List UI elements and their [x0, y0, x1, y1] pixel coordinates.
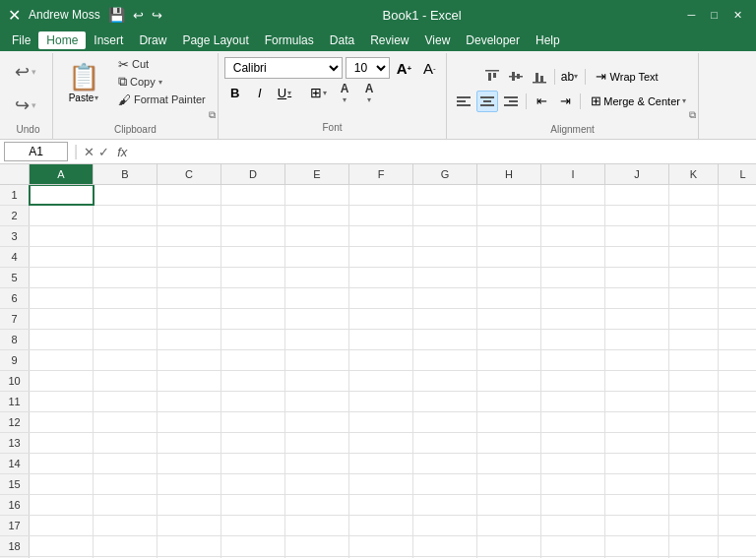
cell[interactable] [477, 330, 541, 349]
cell[interactable] [477, 454, 541, 473]
cell[interactable] [158, 392, 221, 411]
cell[interactable] [158, 371, 221, 391]
quick-access-redo[interactable]: ↪ [152, 8, 162, 23]
cell[interactable] [30, 268, 94, 287]
cell[interactable] [719, 454, 756, 473]
cell[interactable] [719, 226, 756, 246]
cell[interactable] [669, 392, 719, 411]
cell[interactable] [30, 536, 94, 556]
cell[interactable] [413, 288, 477, 308]
paste-button[interactable]: 📋 Paste▾ [59, 55, 108, 109]
cell[interactable] [94, 226, 158, 246]
cell[interactable] [349, 516, 413, 535]
cell[interactable] [158, 495, 221, 515]
menu-data[interactable]: Data [322, 31, 362, 49]
cell[interactable] [221, 474, 285, 494]
undo-button[interactable]: ↩▾ [10, 58, 41, 86]
cell[interactable] [285, 474, 349, 494]
cell[interactable] [158, 516, 221, 535]
cell[interactable] [541, 185, 605, 205]
cell[interactable] [477, 309, 541, 329]
cell[interactable] [719, 288, 756, 308]
row-number[interactable]: 1 [0, 185, 30, 205]
cell[interactable] [349, 185, 413, 205]
fill-color-button[interactable]: A ▾ [334, 82, 355, 103]
cell[interactable] [158, 206, 221, 225]
cell[interactable] [413, 350, 477, 370]
cell[interactable] [669, 454, 719, 473]
cell[interactable] [541, 268, 605, 287]
cell[interactable] [541, 247, 605, 267]
col-header-l[interactable]: L [719, 164, 756, 184]
cell[interactable] [605, 371, 669, 391]
cell[interactable] [413, 433, 477, 453]
cell[interactable] [158, 330, 221, 349]
row-number[interactable]: 16 [0, 495, 30, 515]
cell[interactable] [349, 247, 413, 267]
align-center-button[interactable] [476, 91, 498, 112]
cell[interactable] [158, 226, 221, 246]
cell[interactable] [30, 309, 94, 329]
cell[interactable] [719, 392, 756, 411]
cell[interactable] [605, 392, 669, 411]
cell[interactable] [605, 516, 669, 535]
col-header-b[interactable]: B [94, 164, 158, 184]
cut-button[interactable]: ✂ Cut [112, 55, 212, 73]
cell[interactable] [221, 371, 285, 391]
cell[interactable] [719, 371, 756, 391]
cell[interactable] [94, 392, 158, 411]
cell[interactable] [94, 288, 158, 308]
menu-view[interactable]: View [417, 31, 459, 49]
name-box[interactable] [4, 142, 68, 161]
cell[interactable] [30, 350, 94, 370]
cell[interactable] [541, 309, 605, 329]
cell[interactable] [221, 495, 285, 515]
cell[interactable] [541, 392, 605, 411]
cell[interactable] [30, 226, 94, 246]
cell[interactable] [605, 330, 669, 349]
col-header-i[interactable]: I [541, 164, 605, 184]
col-header-e[interactable]: E [285, 164, 349, 184]
font-color-button[interactable]: A ▾ [358, 82, 380, 103]
cell[interactable] [413, 516, 477, 535]
cell[interactable] [94, 185, 158, 205]
align-middle-button[interactable] [505, 66, 527, 88]
cell[interactable] [285, 536, 349, 556]
cell[interactable] [158, 474, 221, 494]
cell[interactable] [477, 226, 541, 246]
cell[interactable] [477, 495, 541, 515]
cell[interactable] [605, 495, 669, 515]
cell[interactable] [477, 288, 541, 308]
cell[interactable] [349, 330, 413, 349]
cell[interactable] [94, 433, 158, 453]
cell[interactable] [349, 371, 413, 391]
cell[interactable] [541, 516, 605, 535]
cell[interactable] [477, 185, 541, 205]
cell[interactable] [477, 412, 541, 432]
cell[interactable] [541, 474, 605, 494]
cell[interactable] [94, 474, 158, 494]
cell[interactable] [30, 433, 94, 453]
cell[interactable] [285, 495, 349, 515]
cell[interactable] [605, 185, 669, 205]
cell[interactable] [285, 454, 349, 473]
cell[interactable] [221, 516, 285, 535]
cell[interactable] [94, 371, 158, 391]
cell[interactable] [94, 330, 158, 349]
col-header-f[interactable]: F [349, 164, 413, 184]
cell[interactable] [413, 185, 477, 205]
cell[interactable] [30, 330, 94, 349]
borders-button[interactable]: ⊞ ▾ [306, 82, 331, 103]
alignment-expand-icon[interactable]: ⧉ [689, 109, 696, 121]
cell[interactable] [221, 536, 285, 556]
cell[interactable] [669, 288, 719, 308]
row-number[interactable]: 15 [0, 474, 30, 494]
cell[interactable] [285, 206, 349, 225]
cell[interactable] [349, 288, 413, 308]
cell[interactable] [285, 309, 349, 329]
font-family-select[interactable]: Calibri [224, 57, 343, 79]
cell[interactable] [30, 412, 94, 432]
cell[interactable] [221, 412, 285, 432]
cell[interactable] [285, 247, 349, 267]
cell[interactable] [221, 206, 285, 225]
